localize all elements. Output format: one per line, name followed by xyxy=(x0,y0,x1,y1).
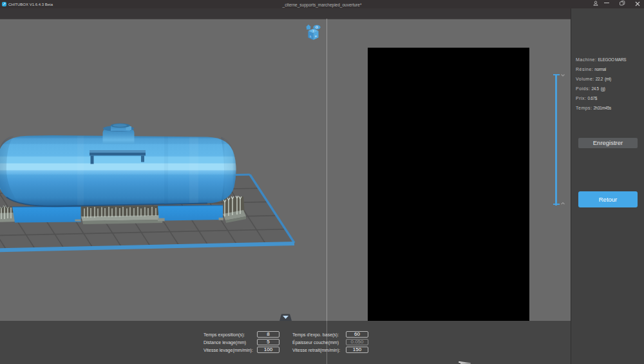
svg-text:F: F xyxy=(315,35,317,38)
svg-text:T: T xyxy=(312,30,314,33)
